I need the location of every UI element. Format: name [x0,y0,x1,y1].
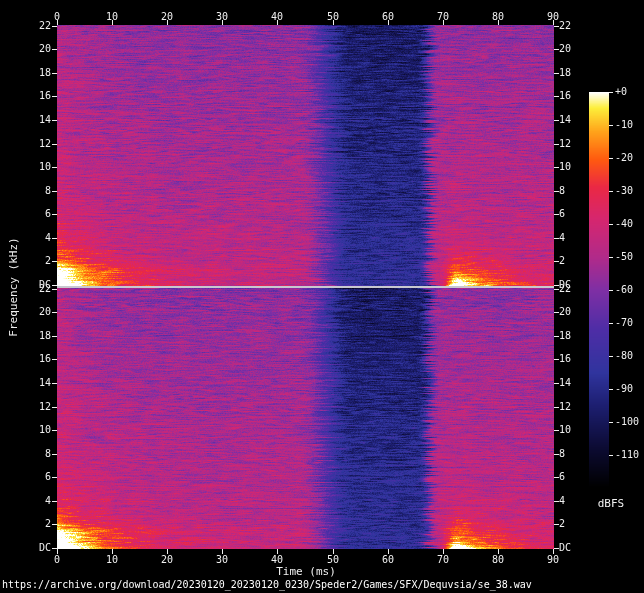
x-axis-title: Time (ms) [276,565,336,578]
y-axis-title: Frequency (kHz) [7,237,20,336]
spectrogram-canvas [0,0,644,593]
colorbar-title: dBFS [598,497,625,510]
spectrogram-figure: 0010102020303040405050606070708080909022… [0,0,644,593]
footer-comment: https://archive.org/download/20230120_20… [2,578,532,591]
